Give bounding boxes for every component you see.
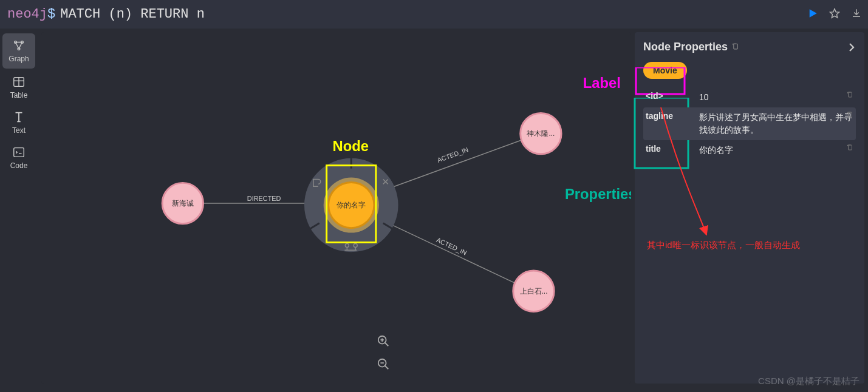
edge-acted-in-1[interactable] [384, 139, 525, 190]
watermark: CSDN @是橘子不是桔子 [758, 376, 859, 387]
svg-rect-14 [849, 92, 852, 97]
annotation-note: 其中id唯一标识该节点，一般自动生成 [647, 240, 800, 251]
copy-icon[interactable] [846, 144, 853, 153]
query-text[interactable]: MATCH (n) RETURN n [60, 7, 205, 22]
prompt-db: neo4j [7, 7, 47, 22]
property-value: 你的名字 [699, 144, 853, 157]
annotation-node: Node [333, 138, 369, 154]
text-icon [12, 110, 26, 124]
query-bar: neo4j$MATCH (n) RETURN n [0, 0, 868, 29]
sidebar-item-table[interactable]: Table [0, 70, 38, 105]
prompt-dollar: $ [47, 7, 55, 22]
svg-rect-13 [734, 44, 738, 49]
graph-canvas[interactable]: DIRECTED ACTED_IN ACTED_IN 你的名字 [41, 32, 631, 384]
sidebar-item-label: Table [10, 91, 28, 100]
run-button[interactable] [807, 8, 818, 21]
sidebar-item-text[interactable]: Text [0, 105, 38, 140]
prompt: neo4j$MATCH (n) RETURN n [7, 7, 205, 22]
node-label: 你的名字 [336, 201, 366, 209]
annotation-label: Label [583, 75, 621, 91]
annotation-properties: Properties [565, 186, 631, 202]
node-label-pill[interactable]: Movie [643, 62, 687, 79]
property-key: title [646, 144, 699, 157]
sidebar-item-graph[interactable]: Graph [2, 33, 35, 69]
svg-rect-15 [849, 112, 852, 117]
favorite-icon[interactable] [829, 8, 840, 21]
download-icon[interactable] [851, 8, 862, 21]
graph-icon [12, 39, 26, 52]
node-label: 新海诚 [172, 199, 194, 208]
edge-acted-in-2[interactable] [382, 220, 517, 284]
edge-label: DIRECTED [247, 195, 281, 202]
svg-rect-4 [14, 148, 24, 157]
zoom-in-button[interactable] [375, 333, 392, 350]
panel-title: Node Properties [643, 41, 856, 53]
sidebar-item-code[interactable]: Code [0, 140, 38, 175]
zoom-out-button[interactable] [375, 356, 392, 373]
node-label: 上白石... [520, 287, 548, 296]
table-icon [12, 75, 26, 89]
property-value: 10 [699, 91, 853, 104]
clipboard-icon[interactable] [731, 42, 739, 52]
copy-icon[interactable] [846, 111, 853, 120]
property-value: 影片讲述了男女高中生在梦中相遇，并寻找彼此的故事。 [699, 111, 853, 137]
sidebar-item-label: Code [10, 161, 28, 170]
code-icon [12, 146, 26, 159]
property-key: tagline [646, 111, 699, 137]
sidebar-item-label: Graph [9, 55, 29, 63]
node-label: 神木隆... [527, 129, 555, 138]
property-row[interactable]: <id> 10 [643, 87, 856, 107]
properties-panel: Node Properties Movie <id> 10 tagline 影片… [635, 32, 864, 384]
property-row[interactable]: title 你的名字 [643, 140, 856, 160]
view-sidebar: Graph Table Text Code [0, 29, 38, 387]
property-key: <id> [646, 91, 699, 104]
svg-rect-16 [849, 145, 852, 150]
copy-icon[interactable] [846, 91, 853, 100]
property-row[interactable]: tagline 影片讲述了男女高中生在梦中相遇，并寻找彼此的故事。 [643, 107, 856, 140]
collapse-panel-button[interactable] [846, 41, 857, 56]
sidebar-item-label: Text [12, 126, 26, 135]
